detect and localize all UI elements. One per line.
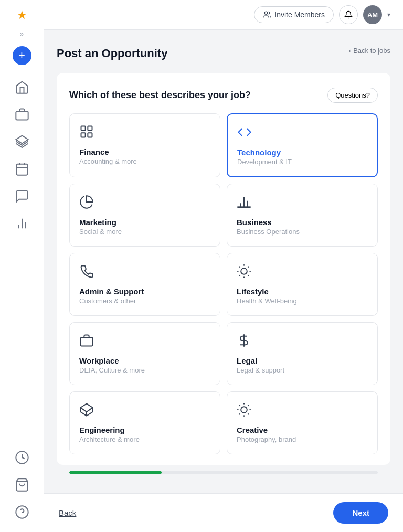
- category-card-marketing[interactable]: MarketingSocial & more: [69, 184, 220, 247]
- sidebar-bottom: [10, 446, 34, 524]
- category-card-finance[interactable]: FinanceAccounting & more: [69, 113, 220, 177]
- svg-rect-21: [238, 207, 250, 207]
- category-sub: Architecture & more: [79, 435, 210, 443]
- sidebar-item-home[interactable]: [10, 76, 34, 99]
- category-name: Technology: [237, 148, 367, 157]
- category-sub: Legal & support: [237, 366, 368, 374]
- category-card-workplace[interactable]: WorkplaceDEIA, Culture & more: [69, 322, 220, 385]
- sidebar-item-chart[interactable]: [10, 212, 34, 235]
- category-name: Marketing: [79, 218, 210, 227]
- topbar: Invite Members AM ▾: [44, 0, 403, 30]
- lifestyle-icon: [237, 264, 368, 282]
- engineering-icon: [79, 402, 210, 420]
- category-sub: DEIA, Culture & more: [79, 366, 210, 374]
- category-card-lifestyle[interactable]: LifestyleHealth & Well-being: [227, 253, 378, 316]
- svg-point-13: [265, 12, 268, 14]
- category-name: Admin & Support: [79, 287, 210, 296]
- invite-label: Invite Members: [274, 10, 325, 19]
- category-sub: Development & IT: [237, 158, 367, 166]
- star-icon: ★: [17, 8, 27, 22]
- category-name: Workplace: [79, 356, 210, 365]
- category-name: Creative: [237, 425, 368, 434]
- category-sub: Accounting & more: [79, 157, 210, 165]
- svg-line-40: [248, 413, 249, 414]
- back-button[interactable]: Back: [59, 508, 76, 517]
- technology-icon: [237, 125, 367, 143]
- category-name: Lifestyle: [237, 287, 368, 296]
- business-icon: [237, 195, 368, 212]
- page-title: Post an Opportunity: [57, 47, 167, 60]
- creative-icon: [237, 402, 368, 420]
- category-card-legal[interactable]: LegalLegal & support: [227, 322, 378, 385]
- svg-rect-15: [88, 126, 92, 131]
- category-sub: Customers & other: [79, 297, 210, 305]
- next-button[interactable]: Next: [333, 502, 388, 524]
- category-sub: Business Operations: [237, 228, 368, 236]
- svg-rect-31: [80, 337, 92, 346]
- sidebar-item-basket[interactable]: [10, 473, 34, 496]
- svg-rect-0: [16, 111, 28, 120]
- card-header: Which of these best describes your job? …: [69, 88, 378, 103]
- sidebar: ★ » +: [0, 0, 44, 532]
- questions-button[interactable]: Questions?: [327, 88, 378, 103]
- progress-track: [69, 471, 378, 474]
- bell-icon: [344, 10, 353, 19]
- progress-area: [57, 465, 390, 474]
- marketing-icon: [79, 195, 210, 212]
- sidebar-item-calendar[interactable]: [10, 157, 34, 180]
- category-card-creative[interactable]: CreativePhotography, brand: [227, 391, 378, 454]
- svg-rect-17: [88, 133, 92, 137]
- card-question: Which of these best describes your job?: [69, 90, 251, 101]
- svg-line-44: [248, 405, 249, 406]
- category-card-admin[interactable]: Admin & SupportCustomers & other: [69, 253, 220, 316]
- invite-members-button[interactable]: Invite Members: [254, 6, 334, 23]
- job-category-card: Which of these best describes your job? …: [57, 73, 390, 465]
- page-content: Post an Opportunity ‹ Back to jobs Which…: [44, 30, 403, 493]
- sidebar-item-layers[interactable]: [10, 130, 34, 153]
- add-button[interactable]: +: [13, 46, 31, 65]
- svg-line-39: [239, 405, 240, 406]
- avatar[interactable]: AM: [363, 5, 382, 24]
- category-sub: Health & Well-being: [237, 297, 368, 305]
- sidebar-item-chat[interactable]: [10, 185, 34, 208]
- category-name: Business: [237, 218, 368, 227]
- page-header: Post an Opportunity ‹ Back to jobs: [57, 47, 390, 60]
- sidebar-item-question[interactable]: [10, 501, 34, 524]
- svg-point-11: [16, 506, 28, 518]
- invite-icon: [263, 10, 271, 19]
- svg-rect-14: [81, 126, 86, 131]
- category-card-business[interactable]: BusinessBusiness Operations: [227, 184, 378, 247]
- svg-line-26: [248, 275, 249, 276]
- avatar-chevron-icon[interactable]: ▾: [387, 11, 390, 18]
- collapse-icon[interactable]: »: [20, 30, 24, 38]
- category-name: Engineering: [79, 425, 210, 434]
- svg-rect-16: [81, 133, 86, 137]
- category-name: Finance: [79, 147, 210, 156]
- category-card-engineering[interactable]: EngineeringArchitecture & more: [69, 391, 220, 454]
- svg-point-22: [241, 268, 247, 274]
- category-sub: Photography, brand: [237, 435, 368, 443]
- svg-point-36: [241, 407, 247, 413]
- notifications-button[interactable]: [339, 5, 358, 24]
- category-name: Legal: [237, 356, 368, 365]
- svg-line-30: [248, 267, 249, 268]
- progress-fill: [69, 471, 162, 474]
- sidebar-item-clock[interactable]: [10, 446, 34, 469]
- workplace-icon: [79, 333, 210, 351]
- svg-line-43: [239, 413, 240, 414]
- footer: Back Next: [44, 493, 403, 532]
- category-card-technology[interactable]: TechnologyDevelopment & IT: [227, 113, 378, 177]
- finance-icon: [79, 124, 210, 142]
- legal-icon: [237, 333, 368, 351]
- back-to-jobs-label: Back to jobs: [353, 47, 390, 55]
- category-grid: FinanceAccounting & moreTechnologyDevelo…: [69, 113, 378, 454]
- svg-line-25: [239, 267, 240, 268]
- back-to-jobs-link[interactable]: ‹ Back to jobs: [349, 47, 390, 55]
- main-area: Invite Members AM ▾ Post an Opportunity …: [44, 0, 403, 532]
- back-chevron-icon: ‹: [349, 47, 351, 55]
- admin-icon: [79, 264, 210, 282]
- svg-rect-2: [16, 164, 27, 175]
- sidebar-item-briefcase[interactable]: [10, 103, 34, 126]
- svg-line-29: [239, 275, 240, 276]
- category-sub: Social & more: [79, 228, 210, 236]
